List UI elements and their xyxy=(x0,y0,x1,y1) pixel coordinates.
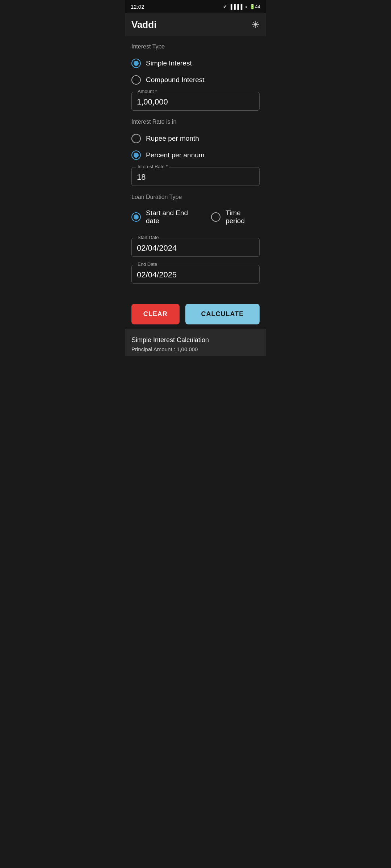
radio-circle-rupee xyxy=(131,134,141,143)
radio-circle-startend xyxy=(131,212,141,222)
radio-time-period[interactable]: Time period xyxy=(211,205,260,229)
end-date-value[interactable]: 02/04/2025 xyxy=(137,269,254,280)
radio-circle-timeperiod xyxy=(211,212,220,222)
theme-toggle-icon[interactable]: ☀ xyxy=(251,19,260,30)
radio-label-simple: Simple Interest xyxy=(146,59,192,67)
loan-duration-type-label: Loan Duration Type xyxy=(131,194,260,200)
bluetooth-icon: ✔ xyxy=(223,4,227,9)
status-time: 12:02 xyxy=(131,4,144,10)
radio-circle-simple xyxy=(131,59,141,68)
radio-start-end-date[interactable]: Start and End date xyxy=(131,205,200,229)
radio-label-percent: Percent per annum xyxy=(146,151,205,159)
signal-icon: ▐▐▐▐ xyxy=(229,4,243,9)
calculate-button[interactable]: CALCULATE xyxy=(185,304,260,324)
interest-rate-label: Interest Rate * xyxy=(136,164,169,169)
radio-label-timeperiod: Time period xyxy=(226,209,260,225)
start-date-field-wrapper[interactable]: Start Date 02/04/2024 xyxy=(131,238,260,257)
button-row: CLEAR CALCULATE xyxy=(125,299,266,329)
status-icons: ✔ ▐▐▐▐ ≈ 🔋44 xyxy=(223,4,260,9)
radio-circle-compound xyxy=(131,75,141,85)
interest-rate-field-wrapper[interactable]: Interest Rate * 18 xyxy=(131,167,260,186)
interest-rate-type-radio-group: Rupee per month Percent per annum xyxy=(131,130,260,163)
radio-label-compound: Compound Interest xyxy=(146,76,205,84)
result-title: Simple Interest Calculation xyxy=(131,336,260,344)
interest-type-label: Interest Type xyxy=(131,43,260,50)
end-date-field-wrapper[interactable]: End Date 02/04/2025 xyxy=(131,265,260,284)
loan-duration-radio-group: Start and End date Time period xyxy=(131,205,260,229)
amount-label: Amount * xyxy=(136,89,158,94)
main-content: Interest Type Simple Interest Compound I… xyxy=(125,36,266,299)
end-date-label: End Date xyxy=(136,261,159,267)
radio-label-rupee: Rupee per month xyxy=(146,135,199,142)
start-date-value[interactable]: 02/04/2024 xyxy=(137,242,254,253)
app-title: Vaddi xyxy=(131,19,156,30)
radio-label-startend: Start and End date xyxy=(146,209,200,225)
radio-percent-per-annum[interactable]: Percent per annum xyxy=(131,147,260,163)
interest-rate-value[interactable]: 18 xyxy=(137,171,254,182)
wifi-icon: ≈ xyxy=(244,4,247,9)
clear-button[interactable]: CLEAR xyxy=(131,304,180,324)
interest-type-section: Interest Type Simple Interest Compound I… xyxy=(131,43,260,88)
result-preview: Simple Interest Calculation Principal Am… xyxy=(125,329,266,356)
status-bar: 12:02 ✔ ▐▐▐▐ ≈ 🔋44 xyxy=(125,0,266,13)
radio-compound-interest[interactable]: Compound Interest xyxy=(131,72,260,88)
start-date-label: Start Date xyxy=(136,235,160,240)
interest-rate-type-label: Interest Rate is in xyxy=(131,119,260,125)
radio-simple-interest[interactable]: Simple Interest xyxy=(131,55,260,72)
radio-circle-percent xyxy=(131,150,141,160)
battery-icon: 🔋44 xyxy=(249,4,260,9)
amount-value[interactable]: 1,00,000 xyxy=(137,96,254,107)
amount-field-wrapper[interactable]: Amount * 1,00,000 xyxy=(131,92,260,111)
interest-rate-type-section: Interest Rate is in Rupee per month Perc… xyxy=(131,119,260,163)
interest-type-radio-group: Simple Interest Compound Interest xyxy=(131,55,260,88)
loan-duration-type-section: Loan Duration Type Start and End date Ti… xyxy=(131,194,260,229)
app-bar: Vaddi ☀ xyxy=(125,13,266,36)
result-principal-line: Principal Amount : 1,00,000 xyxy=(131,346,260,352)
radio-rupee-per-month[interactable]: Rupee per month xyxy=(131,130,260,147)
